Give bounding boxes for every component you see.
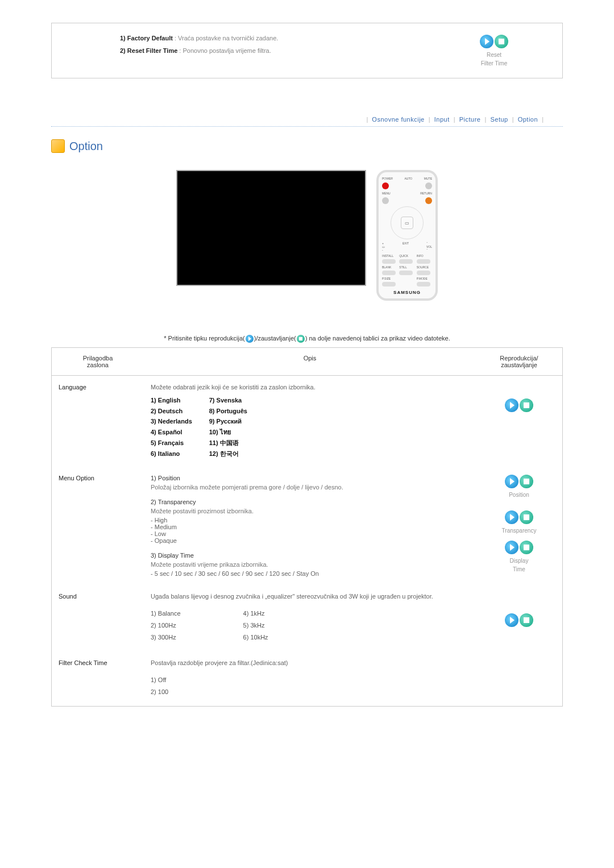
row-language-desc: Možete odabrati jezik koji će se koristi… [151, 384, 472, 391]
hdr-col3a: Reprodukcija/ [479, 355, 559, 362]
cap-time: Time [479, 566, 559, 572]
note-post: ) na dolje navedenoj tablici za prikaz v… [305, 335, 450, 342]
nav-osnovne[interactable]: Osnovne funkcije [372, 116, 424, 123]
play-icon [246, 335, 254, 343]
table-row: Language Možete odabrati jezik koji će s… [52, 376, 562, 467]
play-icon[interactable] [480, 35, 493, 48]
trans-opt: - Medium [151, 524, 472, 530]
sound-opt: 5) 3kHz [243, 620, 268, 632]
cap-position: Position [479, 492, 559, 498]
cap-transparency: Transparency [479, 528, 559, 534]
table-row: Menu Option 1) Position Položaj izbornik… [52, 467, 562, 585]
trans-opt: - High [151, 517, 472, 524]
row-filter-desc: Postavlja razdoblje provjere za filtar.(… [151, 659, 472, 666]
remote-install-label: INSTALL [382, 254, 397, 258]
lang-opt: 2) Deutsch [151, 406, 192, 417]
trans-opt: - Low [151, 530, 472, 537]
nav-input[interactable]: Input [434, 116, 450, 123]
play-icon[interactable] [505, 510, 518, 524]
lang-opt: 1) English [151, 395, 192, 406]
lang-opt: 4) Español [151, 427, 192, 438]
reset-panel: 1) Factory Default : Vraća postavke na t… [51, 23, 563, 78]
play-icon[interactable] [505, 613, 518, 627]
cap-display: Display [479, 558, 559, 564]
position-desc: Položaj izbornika možete pomjerati prema… [151, 484, 472, 491]
reset-filter-time-label: 2) Reset Filter Time [120, 47, 177, 54]
lang-opt: 12) 한국어 [209, 448, 247, 459]
note-mid: )/zaustavljanje( [254, 335, 296, 342]
play-icon[interactable] [505, 398, 518, 412]
stop-icon[interactable] [520, 541, 533, 554]
filter-opt: 2) 100 [151, 686, 472, 698]
remote-pmode-label: P.MODE [417, 277, 432, 280]
remote-return-icon [425, 197, 432, 204]
sound-opt: 4) 1kHz [243, 608, 268, 620]
factory-default-label: 1) Factory Default [120, 35, 173, 41]
displaytime-desc: Možete postaviti vrijeme prikaza izborni… [151, 561, 472, 568]
stop-icon[interactable] [520, 613, 533, 627]
hdr-col1b: zaslona [55, 362, 140, 368]
reset-filter-time-desc: : Ponovno postavlja vrijeme filtra. [179, 47, 271, 54]
section-heading: Option [51, 139, 563, 153]
option-table: Language Možete odabrati jezik koji će s… [51, 376, 563, 707]
nav-option[interactable]: Option [518, 116, 538, 123]
remote-exit-label: EXIT [403, 242, 409, 252]
row-filter-label: Filter Check Time [52, 651, 147, 706]
lang-opt: 11) 中国语 [209, 438, 247, 448]
transparency-desc: Možete postaviti prozirnost izbornika. [151, 508, 472, 514]
table-row: Filter Check Time Postavlja razdoblje pr… [52, 651, 562, 706]
section-title-label: Option [69, 140, 103, 153]
factory-default-desc: : Vraća postavke na tvornički zadane. [175, 35, 278, 41]
remote-power-icon [382, 182, 389, 189]
remote-menu-icon [382, 197, 389, 204]
side-caption-reset: Reset [443, 52, 545, 58]
remote-return-label: RETURN [420, 192, 432, 195]
remote-still-label: STILL [399, 265, 414, 269]
lang-opt: 6) Italiano [151, 448, 192, 459]
row-menuoption-label: Menu Option [52, 467, 147, 585]
remote-source-label: SOURCE [417, 265, 432, 269]
remote-quick-label: QUICK [399, 254, 414, 258]
nav-setup[interactable]: Setup [490, 116, 508, 123]
displaytime-title: 3) Display Time [151, 552, 472, 559]
remote-menu-label: MENU [382, 192, 391, 195]
stop-icon[interactable] [495, 35, 508, 48]
row-sound-label: Sound [52, 585, 147, 651]
stop-icon [297, 335, 305, 343]
table-header: Prilagodba zaslona Opis Reprodukcija/ za… [51, 347, 563, 376]
lang-opt: 5) Français [151, 438, 192, 448]
sound-opt: 2) 100Hz [151, 620, 181, 632]
sound-opt: 3) 300Hz [151, 632, 181, 643]
play-icon[interactable] [505, 541, 518, 554]
cube-icon [51, 139, 65, 153]
displaytime-opts: - 5 sec / 10 sec / 30 sec / 60 sec / 90 … [151, 570, 472, 577]
playback-note: * Pritisnite tipku reprodukcija()/zausta… [51, 335, 563, 343]
remote-brand: SAMSUNG [393, 290, 421, 295]
side-caption-filter-time: Filter Time [443, 60, 545, 67]
row-language-label: Language [52, 376, 147, 467]
remote-control-image: POWER AUTO MUTE MENU RETURN ▭ +▭- [376, 170, 438, 301]
sound-opt: 1) Balance [151, 608, 181, 620]
lang-opt: 8) Português [209, 406, 247, 417]
stop-icon[interactable] [520, 510, 533, 524]
remote-dpad: ▭ [391, 206, 424, 239]
nav-picture[interactable]: Picture [459, 116, 481, 123]
transparency-title: 2) Transparency [151, 499, 472, 505]
lang-opt: 9) Русский [209, 416, 247, 427]
hdr-col3b: zaustavljanje [479, 362, 559, 368]
remote-mute-icon [425, 182, 432, 189]
position-title: 1) Position [151, 475, 472, 481]
remote-vol-label: VOL [426, 245, 432, 248]
remote-auto-label: AUTO [404, 177, 412, 180]
remote-psize-label: P.SIZE [382, 277, 397, 280]
remote-info-label: INFO [417, 254, 432, 258]
projector-screen-preview [176, 170, 366, 286]
filter-opt: 1) Off [151, 674, 472, 686]
stop-icon[interactable] [520, 398, 533, 412]
stop-icon[interactable] [520, 475, 533, 488]
lang-opt: 10) ไทย [209, 427, 247, 438]
remote-mute-label: MUTE [424, 177, 432, 180]
lang-opt: 7) Svenska [209, 395, 247, 406]
play-icon[interactable] [505, 475, 518, 488]
hdr-col2: Opis [144, 348, 476, 375]
